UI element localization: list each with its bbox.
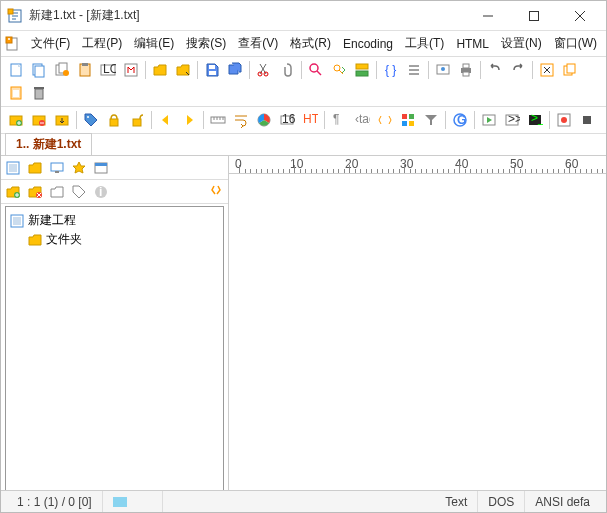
- ruler-icon[interactable]: [207, 109, 229, 131]
- close-button[interactable]: [558, 2, 602, 30]
- google-icon[interactable]: G: [449, 109, 471, 131]
- separator: [301, 61, 302, 79]
- stop-icon[interactable]: [576, 109, 598, 131]
- print-icon[interactable]: [455, 59, 477, 81]
- replace-icon[interactable]: [351, 59, 373, 81]
- macro-icon[interactable]: [120, 59, 142, 81]
- menu-file[interactable]: 文件(F): [25, 33, 76, 54]
- svg-point-46: [87, 116, 89, 118]
- tab-monitor-icon[interactable]: [49, 160, 65, 176]
- lock-icon[interactable]: [103, 109, 125, 131]
- show-cr-icon[interactable]: ¶: [328, 109, 350, 131]
- new-folder-icon[interactable]: [49, 184, 65, 200]
- goto-left-icon[interactable]: [155, 109, 177, 131]
- info-icon[interactable]: i: [93, 184, 109, 200]
- svg-rect-36: [567, 64, 575, 73]
- tab-project-icon[interactable]: [5, 160, 21, 176]
- menu-format[interactable]: 格式(R): [284, 33, 337, 54]
- tab-folder-icon[interactable]: [27, 160, 43, 176]
- find-next-icon[interactable]: [328, 59, 350, 81]
- status-encoding[interactable]: ANSI defa: [525, 491, 600, 512]
- preview-icon[interactable]: [432, 59, 454, 81]
- svg-rect-81: [13, 217, 21, 225]
- new-file-icon[interactable]: [5, 59, 27, 81]
- syntax-icon[interactable]: [374, 109, 396, 131]
- menu-help[interactable]: 帮助(H): [603, 33, 607, 54]
- tab-favorites-icon[interactable]: [71, 160, 87, 176]
- svg-point-68: [561, 117, 567, 123]
- save-icon[interactable]: [201, 59, 223, 81]
- svg-point-13: [63, 70, 69, 76]
- cut-icon[interactable]: [253, 59, 275, 81]
- tree-child[interactable]: 文件夹: [10, 230, 219, 249]
- wrap-icon[interactable]: [230, 109, 252, 131]
- filter-icon[interactable]: [420, 109, 442, 131]
- minimize-button[interactable]: [466, 2, 510, 30]
- svg-rect-73: [55, 171, 59, 173]
- copy-icon[interactable]: [51, 59, 73, 81]
- pie-chart-icon[interactable]: [253, 109, 275, 131]
- new-file-menu-icon[interactable]: [28, 59, 50, 81]
- tree-root[interactable]: 新建工程: [10, 211, 219, 230]
- svg-point-23: [310, 64, 318, 72]
- brace-match-icon[interactable]: { }: [380, 59, 402, 81]
- menu-settings[interactable]: 设置(N): [495, 33, 548, 54]
- play-icon[interactable]: [478, 109, 500, 131]
- add-folder-icon[interactable]: [5, 184, 21, 200]
- svg-text:i: i: [99, 185, 102, 199]
- html-view-icon[interactable]: HTML: [299, 109, 321, 131]
- menu-project[interactable]: 工程(P): [76, 33, 128, 54]
- project-icon: [10, 214, 24, 228]
- project-tree[interactable]: 新建工程 文件夹: [5, 206, 224, 507]
- find-icon[interactable]: [305, 59, 327, 81]
- separator: [197, 61, 198, 79]
- menu-search[interactable]: 搜索(S): [180, 33, 232, 54]
- settings-icon[interactable]: [208, 184, 224, 200]
- maximize-button[interactable]: [512, 2, 556, 30]
- menu-edit[interactable]: 编辑(E): [128, 33, 180, 54]
- attachment-icon[interactable]: [276, 59, 298, 81]
- close-project-icon[interactable]: [28, 109, 50, 131]
- block-paste-icon[interactable]: [5, 82, 27, 104]
- open-recent-icon[interactable]: [172, 59, 194, 81]
- new-project-icon[interactable]: [5, 109, 27, 131]
- tab-window-icon[interactable]: [93, 160, 109, 176]
- step-icon[interactable]: >>: [501, 109, 523, 131]
- svg-rect-69: [583, 116, 591, 124]
- paste-icon[interactable]: [74, 59, 96, 81]
- status-syntax[interactable]: Text: [435, 491, 478, 512]
- save-all-icon[interactable]: [224, 59, 246, 81]
- delete-icon[interactable]: [28, 82, 50, 104]
- editor[interactable]: [229, 174, 606, 511]
- hex-icon[interactable]: 16: [276, 109, 298, 131]
- menu-encoding[interactable]: Encoding: [337, 35, 399, 53]
- load-project-icon[interactable]: [51, 109, 73, 131]
- menu-view[interactable]: 查看(V): [232, 33, 284, 54]
- color-icon[interactable]: [397, 109, 419, 131]
- menu-window[interactable]: 窗口(W): [548, 33, 603, 54]
- tab-active[interactable]: 1.. 新建1.txt: [5, 133, 92, 155]
- svg-rect-72: [51, 163, 63, 171]
- undo-icon[interactable]: [484, 59, 506, 81]
- svg-text:¶: ¶: [333, 112, 339, 126]
- menu-tools[interactable]: 工具(T): [399, 33, 450, 54]
- unlock-icon[interactable]: [126, 109, 148, 131]
- log-icon[interactable]: LOG: [97, 59, 119, 81]
- remove-folder-icon[interactable]: [27, 184, 43, 200]
- show-tag-icon[interactable]: ‹tag: [351, 109, 373, 131]
- block-cut-icon[interactable]: [536, 59, 558, 81]
- menu-html[interactable]: HTML: [450, 35, 495, 53]
- redo-icon[interactable]: [507, 59, 529, 81]
- tag-icon[interactable]: [80, 109, 102, 131]
- list-icon[interactable]: [403, 59, 425, 81]
- record-icon[interactable]: [553, 109, 575, 131]
- open-folder-icon[interactable]: [149, 59, 171, 81]
- status-eol[interactable]: DOS: [478, 491, 525, 512]
- terminal-icon[interactable]: >_: [524, 109, 546, 131]
- document-tabs: 1.. 新建1.txt: [1, 134, 606, 156]
- separator: [145, 61, 146, 79]
- goto-right-icon[interactable]: [178, 109, 200, 131]
- block-copy-icon[interactable]: [559, 59, 581, 81]
- tag-filter-icon[interactable]: [71, 184, 87, 200]
- new-doc-icon[interactable]: [5, 36, 21, 52]
